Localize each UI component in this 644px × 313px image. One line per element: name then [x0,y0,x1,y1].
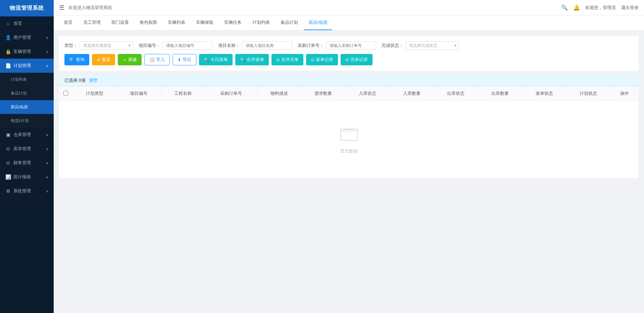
empty-row: 暂无数据 [59,101,639,179]
col-plan-status: 计划状态 [566,86,610,101]
warehouse-icon: ▣ [5,132,11,137]
import-icon: ⬜ [149,57,155,62]
sidebar-item-finance-mgmt[interactable]: ⊙ 财务管理 ∨ [0,156,54,170]
table-wrapper: 计划类型 项目编号 工程名称 采购订单号 物料描述 需求数量 入库状态 入库数量… [59,86,639,179]
today-dispatch-icon: 🔍 [204,57,209,62]
sidebar-item-new-goods[interactable]: 新品/临措 [0,100,54,114]
tab-plan-list[interactable]: 计划列表 [248,15,275,30]
chevron-down-icon: ∨ [46,50,48,54]
sidebar-item-sys-mgmt[interactable]: ⚙ 系统管理 ∨ [0,184,54,198]
menu-toggle-icon[interactable]: ☰ [59,4,64,11]
bell-icon[interactable]: 🔔 [573,4,580,11]
search-icon[interactable]: 🔍 [561,4,568,11]
tab-vehicle-task[interactable]: 车辆任务 [219,15,246,30]
chevron-down-icon: ∨ [46,133,48,137]
merge-complete-button[interactable]: ⊙ 合并完单 [271,54,303,65]
chevron-down-icon: ∨ [46,161,48,165]
reset-icon: ↺ [97,57,100,62]
sidebar-logo: 物流管理系统 [0,0,54,16]
merge-complete-icon: ⊙ [276,57,280,62]
project-no-input[interactable] [162,41,213,50]
export-button[interactable]: ⬇ 导出 [172,54,196,65]
search-icon: 🔍 [69,57,75,62]
tab-spare-plan[interactable]: 备品计划 [276,15,303,30]
checkbox-column-header [59,86,72,101]
new-button[interactable]: ＋ 新建 [118,54,142,65]
sidebar-item-home[interactable]: ⌂ 首页 [0,16,54,30]
col-dispatch-status: 派单状态 [522,86,566,101]
col-outbound-qty: 出库数量 [478,86,522,101]
dispatch-record-button[interactable]: ⊙ 派单记录 [306,54,338,65]
col-material-desc: 物料描述 [257,86,301,101]
content-area: 类型： 请选择所属类型 项目编号： 项目名称： 采购订单号 [54,30,644,313]
select-all-checkbox[interactable] [63,91,68,96]
complete-record-button[interactable]: ⊙ 完单记录 [341,54,373,65]
col-action: 操作 [610,86,639,101]
sidebar-item-warehouse-mgmt[interactable]: ▣ 仓库管理 ∨ [0,128,54,142]
purchase-order-filter: 采购订单号： [298,41,376,50]
vehicle-icon: 🔒 [5,49,11,54]
tab-role[interactable]: 角色权限 [135,15,162,30]
completion-status-select[interactable]: 请选择完成状态 [405,41,459,50]
sidebar-item-vehicle-mgmt[interactable]: 🔒 车辆管理 ∨ [0,45,54,59]
sidebar: 物流管理系统 ⌂ 首页 👤 用户管理 ∨ 🔒 车辆管理 ∨ 📄 计划管理 ∧ 计… [0,0,54,313]
main-area: ☰ 欢迎进入物流管理系统 🔍 🔔 欢迎您，管理员 退出登录 首页 员工管理 部门… [54,0,644,313]
filter-card: 类型： 请选择所属类型 项目编号： 项目名称： 采购订单号 [59,36,639,71]
col-plan-type: 计划类型 [72,86,117,101]
sidebar-item-inventory-mgmt[interactable]: ⊙ 库存管理 ∨ [0,142,54,156]
tab-staff[interactable]: 员工管理 [79,15,105,30]
tab-new-goods[interactable]: 新品/临措 [304,15,332,30]
tab-home[interactable]: 首页 [59,15,77,30]
logout-button[interactable]: 退出登录 [621,5,639,11]
stats-icon: 📊 [5,174,11,180]
sidebar-item-plan-mgmt[interactable]: 📄 计划管理 ∧ [0,59,54,73]
completion-status-select-wrapper: 请选择完成状态 [405,41,459,50]
sidebar-item-stats-report[interactable]: 📊 统计报表 ∨ [0,170,54,184]
table-header-row: 计划类型 项目编号 工程名称 采购订单号 物料描述 需求数量 入库状态 入库数量… [59,86,639,101]
selected-info: 已选择 0项 [64,77,86,83]
sidebar-item-cable-plan[interactable]: 电缆z计划 [0,114,54,128]
nav-tabs: 首页 员工管理 部门设置 角色权限 车辆列表 车辆保险 车辆任务 计划列表 备品… [54,15,644,30]
action-row: 🔍 查询 ↺ 重置 ＋ 新建 ⬜ 导入 ⬇ 导出 [64,54,633,65]
merge-dispatch-button[interactable]: 🔍 合并派单 [235,54,269,65]
sidebar-item-spare-plan[interactable]: 备品计划 [0,86,54,100]
reset-button[interactable]: ↺ 重置 [92,54,115,65]
type-select-wrapper: 请选择所属类型 [80,41,133,50]
complete-record-icon: ⊙ [345,57,349,62]
empty-state: 暂无数据 [62,105,635,174]
query-button[interactable]: 🔍 查询 [64,54,89,65]
tab-vehicle-list[interactable]: 车辆列表 [163,15,190,30]
sidebar-item-user-mgmt[interactable]: 👤 用户管理 ∨ [0,30,54,45]
type-label: 类型： [64,43,78,49]
today-dispatch-button[interactable]: 🔍 今日派单 [199,54,233,65]
import-button[interactable]: ⬜ 导入 [144,54,170,65]
project-name-input[interactable] [242,41,292,50]
clear-button[interactable]: 清空 [89,77,98,83]
completion-status-label: 完成状态： [382,43,403,49]
col-inbound-qty: 入库数量 [390,86,434,101]
merge-dispatch-icon: 🔍 [240,57,245,62]
plan-icon: 📄 [5,63,11,68]
empty-state-cell: 暂无数据 [59,101,639,179]
project-name-label: 项目名称： [218,43,240,49]
selected-bar: 已选择 0项 清空 [59,75,639,86]
tab-vehicle-insurance[interactable]: 车辆保险 [191,15,218,30]
col-purchase-order: 采购订单号 [205,86,257,101]
chevron-down-icon: ∨ [46,36,48,40]
finance-icon: ⊙ [5,160,11,166]
chevron-down-icon: ∨ [46,189,48,193]
sidebar-item-plan-list[interactable]: 计划列表 [0,73,54,86]
empty-icon [62,125,635,145]
project-no-label: 项目编号： [139,43,160,49]
tab-dept[interactable]: 部门设置 [107,15,134,30]
purchase-order-label: 采购订单号： [298,43,324,49]
col-outbound-status: 出库状态 [434,86,478,101]
home-icon: ⌂ [5,21,11,26]
type-select[interactable]: 请选择所属类型 [80,41,133,50]
project-name-filter: 项目名称： [218,41,292,50]
export-icon: ⬇ [178,57,181,62]
user-greeting: 欢迎您，管理员 [585,5,616,11]
col-project-no: 项目编号 [117,86,161,101]
purchase-order-input[interactable] [326,41,376,50]
table-body: 暂无数据 [59,101,639,179]
